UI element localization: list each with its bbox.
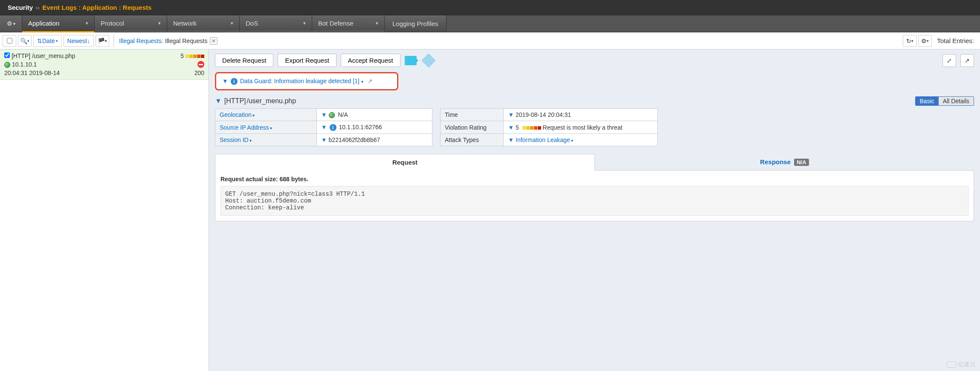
- chevron-down-icon[interactable]: ▾: [361, 79, 363, 84]
- violation-highlight: ▼ i Data Guard: Information leakage dete…: [215, 72, 398, 90]
- log-list: [HTTP] /user_menu.php 5 10.1.10.1 20:04:…: [0, 49, 209, 371]
- request-header: ▼ [HTTP] /user_menu.php Basic All Detail…: [215, 96, 974, 106]
- settings-button[interactable]: ⚙▾: [918, 35, 932, 47]
- export-request-button[interactable]: Export Request: [278, 54, 336, 67]
- at-val[interactable]: ▼ Information Leakage▾: [504, 133, 658, 146]
- time-val: ▼ 2019-08-14 20:04:31: [504, 109, 658, 121]
- tab-label: Network: [173, 20, 197, 27]
- request-body: Request actual size: 688 bytes. GET /use…: [215, 171, 974, 221]
- left-prop-table: Geolocation▾ ▼ N/A Source IP Address▾ ▼ …: [215, 108, 432, 146]
- delete-request-button[interactable]: Delete Request: [215, 54, 273, 67]
- separator: [113, 35, 114, 47]
- req-proto: [HTTP]: [224, 97, 246, 105]
- external-link-icon[interactable]: ↗: [368, 78, 373, 84]
- tab-label: Bot Defense: [318, 20, 354, 27]
- vr-key: Violation Rating: [441, 121, 504, 133]
- filter-tag: Illegal Requests: Illegal Requests ✕: [119, 37, 217, 45]
- detail-pane: Delete Request Export Request Accept Req…: [209, 49, 980, 371]
- globe-icon: [4, 62, 10, 68]
- request-raw: GET /user_menu.php?nick=class3 HTTP/1.1 …: [220, 186, 968, 216]
- severity-bars: [186, 55, 204, 58]
- log-ip: 10.1.10.1: [12, 61, 37, 68]
- funnel-icon[interactable]: ▼: [215, 97, 222, 105]
- sort-field[interactable]: ⇅ Date▾: [33, 35, 62, 47]
- sess-val: ▼ b2214062f2db8b67: [316, 134, 432, 146]
- breadcrumb-section: Security: [8, 4, 33, 11]
- view-toggle: Basic All Details: [915, 96, 974, 106]
- tab-network[interactable]: Network▾: [167, 15, 240, 32]
- funnel-icon[interactable]: ▼: [222, 78, 228, 84]
- watermark: 亿速云: [947, 361, 976, 368]
- at-key: Attack Types: [441, 133, 504, 146]
- breadcrumb: Security ›› Event Logs : Application : R…: [0, 0, 980, 15]
- comment-icon[interactable]: [405, 56, 417, 65]
- violation-link[interactable]: Data Guard: Information leakage detected…: [240, 78, 360, 84]
- tab-label: Application: [28, 20, 59, 27]
- info-icon[interactable]: i: [231, 78, 238, 85]
- tab-response[interactable]: Response N/A: [595, 154, 974, 170]
- tab-label: DoS: [246, 20, 258, 27]
- log-rating: 5: [180, 52, 184, 59]
- src-val: ▼ i 10.1.10.1:62766: [316, 121, 432, 134]
- time-key: Time: [441, 109, 504, 121]
- filter-value: Illegal Requests: [165, 38, 208, 44]
- log-item[interactable]: [HTTP] /user_menu.php 5 10.1.10.1 20:04:…: [0, 49, 209, 80]
- tag-icon[interactable]: [421, 53, 436, 68]
- log-time: 20:04:31 2019-08-14: [4, 69, 60, 77]
- breadcrumb-sep: ››: [35, 4, 40, 11]
- log-status: 200: [194, 69, 204, 77]
- filter-label[interactable]: Illegal Requests:: [119, 38, 163, 44]
- src-key[interactable]: Source IP Address▾: [215, 121, 317, 134]
- gear-menu[interactable]: ⚙ ▾: [0, 15, 22, 32]
- geo-val: ▼ N/A: [316, 109, 432, 121]
- vr-val: ▼ 5 Request is most likely a threat: [504, 121, 658, 133]
- nav-logging-profiles[interactable]: Logging Profiles: [385, 15, 447, 32]
- search-button[interactable]: 🔍▾: [18, 35, 32, 47]
- tab-application[interactable]: Application▾: [22, 15, 95, 32]
- select-all-checkbox[interactable]: [3, 35, 16, 47]
- tab-dos[interactable]: DoS▾: [240, 15, 312, 32]
- view-basic[interactable]: Basic: [916, 97, 939, 105]
- nav-item-label: Logging Profiles: [392, 20, 438, 27]
- log-path: /user_menu.php: [32, 52, 75, 59]
- view-all-details[interactable]: All Details: [939, 97, 974, 105]
- tab-label: Protocol: [101, 20, 124, 27]
- filter-remove-icon[interactable]: ✕: [210, 37, 217, 45]
- sess-key[interactable]: Session ID▾: [215, 134, 317, 146]
- breadcrumb-path[interactable]: Event Logs : Application : Requests: [42, 4, 151, 11]
- checkbox[interactable]: [7, 38, 12, 43]
- properties: Geolocation▾ ▼ N/A Source IP Address▾ ▼ …: [215, 108, 974, 146]
- req-resp-tabs: Request Response N/A: [215, 154, 974, 171]
- right-prop-table: Time ▼ 2019-08-14 20:04:31 Violation Rat…: [440, 108, 658, 146]
- refresh-button[interactable]: ↻▾: [903, 35, 916, 47]
- request-size-label: Request actual size: 688 bytes.: [220, 176, 968, 183]
- toolbar: 🔍▾ ⇅ Date▾ Newest ↓ 🏴▾ Illegal Requests:…: [0, 32, 980, 49]
- log-checkbox[interactable]: [4, 52, 10, 58]
- popout-icon[interactable]: ↗: [960, 54, 974, 67]
- watermark-icon: [947, 362, 956, 368]
- tab-bot-defense[interactable]: Bot Defense▾: [312, 15, 385, 32]
- deny-icon: [197, 61, 204, 68]
- geo-key[interactable]: Geolocation▾: [215, 109, 317, 121]
- tab-request[interactable]: Request: [215, 154, 595, 171]
- bookmark-button[interactable]: 🏴▾: [96, 35, 109, 47]
- tab-protocol[interactable]: Protocol▾: [95, 15, 167, 32]
- sort-field-label: Date: [42, 38, 55, 44]
- nav-bar: ⚙ ▾ Application▾ Protocol▾ Network▾ DoS▾…: [0, 15, 980, 32]
- total-entries-label: Total Entries:: [934, 37, 977, 44]
- watermark-text: 亿速云: [958, 361, 976, 368]
- sort-dir-label: Newest: [67, 38, 87, 44]
- main-split: [HTTP] /user_menu.php 5 10.1.10.1 20:04:…: [0, 49, 980, 371]
- expand-icon[interactable]: ⤢: [942, 54, 956, 67]
- action-bar: Delete Request Export Request Accept Req…: [215, 54, 974, 67]
- sort-direction[interactable]: Newest ↓: [64, 35, 94, 47]
- accept-request-button[interactable]: Accept Request: [341, 54, 400, 67]
- req-path: /user_menu.php: [247, 97, 296, 105]
- log-proto: [HTTP]: [12, 52, 30, 59]
